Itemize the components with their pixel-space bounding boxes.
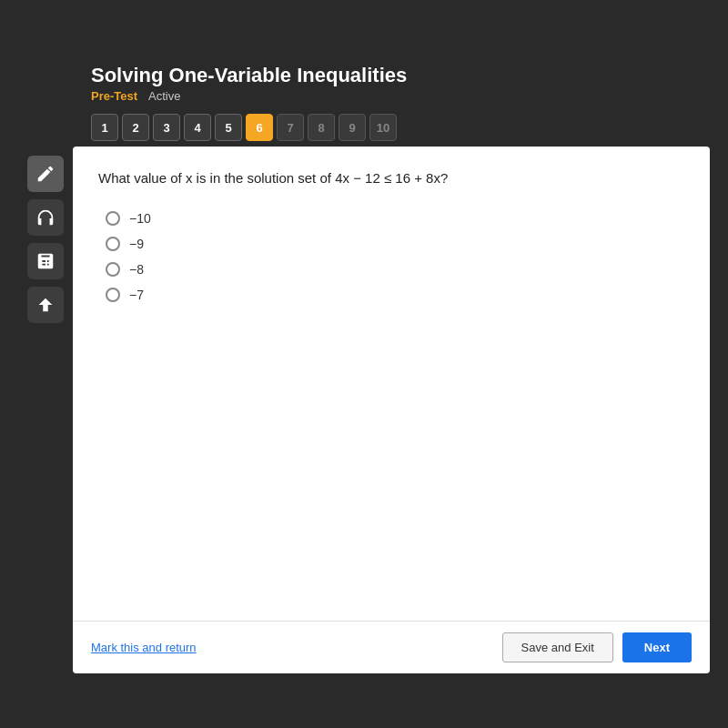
tab-10[interactable]: 10 [369, 114, 397, 141]
pencil-icon[interactable] [27, 156, 64, 192]
up-arrow-icon[interactable] [27, 287, 64, 323]
option-neg7[interactable]: −7 [106, 288, 684, 302]
pre-test-label: Pre-Test [91, 89, 137, 103]
tab-8[interactable]: 8 [308, 114, 335, 141]
tab-9[interactable]: 9 [339, 114, 366, 141]
answer-options: −10 −9 −8 −7 [106, 211, 684, 302]
radio-neg9[interactable] [106, 237, 120, 251]
option-label-neg7: −7 [129, 288, 144, 302]
question-tabs: 1 2 3 4 5 6 7 8 9 10 [18, 108, 710, 147]
option-neg8[interactable]: −8 [106, 262, 684, 277]
option-neg9[interactable]: −9 [106, 237, 684, 251]
next-button[interactable]: Next [622, 632, 692, 662]
question-footer: Mark this and return Save and Exit Next [73, 621, 710, 673]
headphones-icon[interactable] [27, 199, 64, 236]
option-neg10[interactable]: −10 [106, 211, 684, 226]
tab-2[interactable]: 2 [122, 114, 149, 141]
mark-return-link[interactable]: Mark this and return [91, 641, 197, 654]
sidebar [18, 147, 73, 673]
tab-1[interactable]: 1 [91, 114, 118, 141]
question-panel: What value of x is in the solution set o… [73, 147, 710, 673]
radio-neg8[interactable] [106, 262, 120, 277]
tab-4[interactable]: 4 [184, 114, 211, 141]
tab-6[interactable]: 6 [246, 114, 273, 141]
save-exit-button[interactable]: Save and Exit [502, 632, 613, 662]
footer-buttons: Save and Exit Next [502, 632, 692, 662]
tab-7[interactable]: 7 [277, 114, 304, 141]
radio-neg10[interactable] [106, 211, 120, 226]
question-text: What value of x is in the solution set o… [98, 168, 684, 189]
tab-3[interactable]: 3 [153, 114, 180, 141]
option-label-neg10: −10 [129, 211, 151, 226]
option-label-neg9: −9 [129, 237, 144, 251]
tab-5[interactable]: 5 [215, 114, 242, 141]
calculator-icon[interactable] [27, 243, 64, 279]
option-label-neg8: −8 [129, 262, 144, 277]
page-title: Solving One-Variable Inequalities [91, 64, 710, 87]
active-label: Active [148, 89, 180, 103]
radio-neg7[interactable] [106, 288, 120, 302]
